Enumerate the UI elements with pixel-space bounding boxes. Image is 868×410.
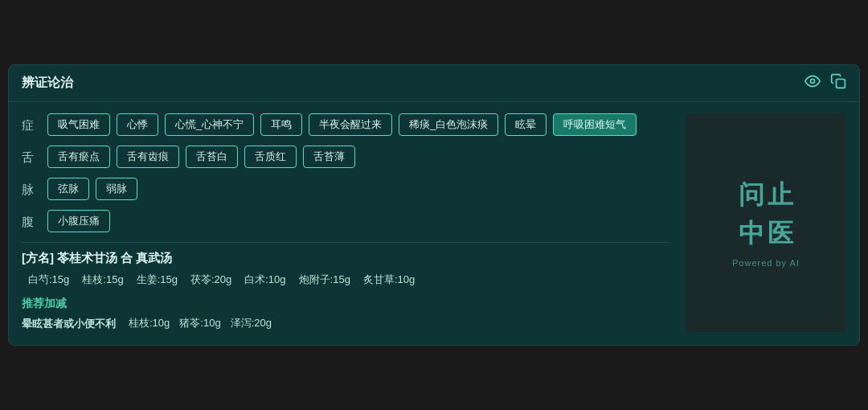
tag-xuanyun[interactable]: 眩晕 <box>505 113 547 136</box>
tag-xiqikunnan[interactable]: 吸气困难 <box>47 113 110 136</box>
tag-huxi[interactable]: 呼吸困难短气 <box>553 113 637 136</box>
mai-tags: 弦脉 弱脉 <box>47 178 669 200</box>
she-row: 舌 舌有瘀点 舌有齿痕 舌苔白 舌质红 舌苔薄 <box>22 146 669 168</box>
divider <box>22 242 669 243</box>
watermark-subtitle: Powered by AI <box>732 258 800 268</box>
tag-ruomai[interactable]: 弱脉 <box>96 178 137 200</box>
watermark: 问 止 中 医 Powered by AI <box>686 113 846 333</box>
tag-shetaibao[interactable]: 舌苔薄 <box>303 146 355 168</box>
mai-label: 脉 <box>22 178 38 198</box>
tag-shetaibai[interactable]: 舌苔白 <box>186 146 238 168</box>
formula-title: [方名] 苓桂术甘汤 合 真武汤 <box>22 251 669 266</box>
tag-xinji[interactable]: 心悸 <box>117 113 158 136</box>
svg-rect-1 <box>837 79 845 88</box>
zheng-tags: 吸气困难 心悸 心慌_心神不宁 耳鸣 半夜会醒过来 稀痰_白色泡沫痰 眩晕 呼吸… <box>47 113 669 136</box>
addons-section: 推荐加减 晕眩甚者或小便不利 桂枝:10g 猪苓:10g 泽泻:20g <box>22 297 669 333</box>
ingredient-0: 白芍:15g <box>28 273 69 287</box>
main-container: 辨证论治 症 吸气困难 心悸 <box>8 64 860 346</box>
she-label: 舌 <box>22 146 38 166</box>
formula-section: [方名] 苓桂术甘汤 合 真武汤 白芍:15g 桂枝:15g 生姜:15g 茯苓… <box>22 251 669 287</box>
zheng-label: 症 <box>22 113 38 133</box>
formula-ingredients: 白芍:15g 桂枝:15g 生姜:15g 茯苓:20g 白术:10g 炮附子:1… <box>28 273 669 287</box>
ingredient-6: 炙甘草:10g <box>363 273 415 287</box>
left-panel: 症 吸气困难 心悸 心慌_心神不宁 耳鸣 半夜会醒过来 稀痰_白色泡沫痰 眩晕 … <box>22 113 669 333</box>
tag-xiaofu[interactable]: 小腹压痛 <box>47 210 110 232</box>
mai-row: 脉 弦脉 弱脉 <box>22 178 669 200</box>
watermark-char-3: 医 <box>768 216 793 252</box>
addons-row: 晕眩甚者或小便不利 桂枝:10g 猪苓:10g 泽泻:20g <box>22 316 669 333</box>
ingredient-3: 茯苓:20g <box>190 273 231 287</box>
svg-point-0 <box>811 79 815 83</box>
addons-title: 推荐加减 <box>22 297 669 311</box>
zheng-row: 症 吸气困难 心悸 心慌_心神不宁 耳鸣 半夜会醒过来 稀痰_白色泡沫痰 眩晕 … <box>22 113 669 136</box>
fu-tags: 小腹压痛 <box>47 210 669 232</box>
watermark-char-2: 中 <box>739 216 764 252</box>
tag-xitan[interactable]: 稀痰_白色泡沫痰 <box>399 113 498 136</box>
tag-xinhuang[interactable]: 心慌_心神不宁 <box>165 113 254 136</box>
ingredient-4: 白术:10g <box>244 273 285 287</box>
tag-erming[interactable]: 耳鸣 <box>260 113 302 136</box>
ingredient-2: 生姜:15g <box>137 273 178 287</box>
tag-sheyudian[interactable]: 舌有瘀点 <box>47 146 110 168</box>
eye-icon[interactable] <box>805 73 821 93</box>
she-tags: 舌有瘀点 舌有齿痕 舌苔白 舌质红 舌苔薄 <box>47 146 669 168</box>
ingredient-1: 桂枝:15g <box>82 273 123 287</box>
tag-xianmai[interactable]: 弦脉 <box>47 178 89 200</box>
addons-condition: 晕眩甚者或小便不利 <box>22 316 116 333</box>
tag-sheyichiphen[interactable]: 舌有齿痕 <box>117 146 179 168</box>
watermark-chars: 问 止 中 医 <box>739 178 793 252</box>
fu-label: 腹 <box>22 210 38 230</box>
body-area: 症 吸气困难 心悸 心慌_心神不宁 耳鸣 半夜会醒过来 稀痰_白色泡沫痰 眩晕 … <box>9 102 859 333</box>
watermark-char-0: 问 <box>739 178 764 213</box>
fu-row: 腹 小腹压痛 <box>22 210 669 232</box>
addon-2: 泽泻:20g <box>231 316 272 330</box>
ingredient-5: 炮附子:15g <box>299 273 350 287</box>
tag-banyehuixing[interactable]: 半夜会醒过来 <box>309 113 392 136</box>
addon-0: 桂枝:10g <box>129 316 170 330</box>
header-icons <box>805 73 846 93</box>
addon-1: 猪苓:10g <box>179 316 220 330</box>
header: 辨证论治 <box>9 65 859 102</box>
watermark-char-1: 止 <box>768 178 793 213</box>
copy-icon[interactable] <box>830 73 846 93</box>
page-title: 辨证论治 <box>22 75 73 92</box>
addons-ingredients: 桂枝:10g 猪苓:10g 泽泻:20g <box>129 316 272 330</box>
tag-shezhihong[interactable]: 舌质红 <box>244 146 297 168</box>
